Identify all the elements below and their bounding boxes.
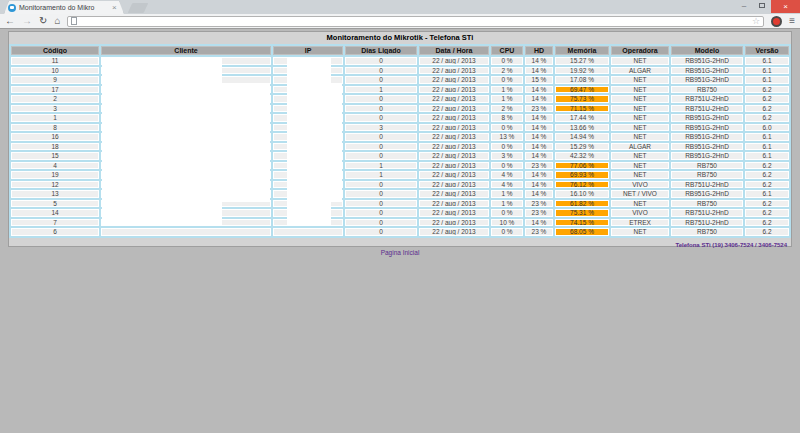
page-title: Monitoramento do Mikrotik - Telefona STi [9,32,791,44]
cell-versao: 6.2 [745,228,789,236]
cell-cliente [101,228,271,236]
cell-hd: 14 % [525,57,553,65]
cell-oper: NET [611,152,669,160]
menu-icon[interactable]: ≡ [789,16,795,26]
cell-hd: 15 % [525,76,553,84]
cell-codigo: 7 [11,219,99,227]
cell-cpu: 10 % [491,219,523,227]
forward-button[interactable]: → [22,15,32,27]
cell-dias: 1 [345,171,417,179]
cell-dias: 0 [345,143,417,151]
cell-modelo: RB951G-2HnD [671,114,743,122]
cell-modelo: RB750 [671,86,743,94]
cell-cpu: 4 % [491,181,523,189]
cell-datahora: 22 / aug / 2013 [419,162,489,170]
cell-datahora: 22 / aug / 2013 [419,76,489,84]
tab-favicon-icon [8,4,16,12]
cell-mem: 75.31 % [555,209,609,217]
home-button[interactable]: ⌂ [54,15,60,27]
cell-oper: NET [611,124,669,132]
cell-datahora: 22 / aug / 2013 [419,95,489,103]
cell-cpu: 4 % [491,171,523,179]
tab-close-icon[interactable]: × [112,4,117,12]
cell-cpu: 1 % [491,86,523,94]
cell-modelo: RB951G-2HnD [671,57,743,65]
column-header-modelo: Modelo [671,46,743,55]
cell-modelo: RB751U-2HnD [671,209,743,217]
cell-hd: 14 % [525,152,553,160]
cell-mem: 15.29 % [555,143,609,151]
cell-codigo: 19 [11,171,99,179]
cell-dias: 0 [345,190,417,198]
window-restore-button[interactable] [753,0,771,13]
cell-mem: 76.12 % [555,181,609,189]
cell-codigo: 12 [11,181,99,189]
cell-versao: 6.1 [745,143,789,151]
cell-versao: 6.1 [745,190,789,198]
cell-modelo: RB951G-2HnD [671,76,743,84]
cell-oper: NET [611,57,669,65]
cell-cpu: 1 % [491,95,523,103]
cell-codigo: 3 [11,105,99,113]
cell-oper: NET [611,228,669,236]
cell-versao: 6.2 [745,181,789,189]
cell-cpu: 0 % [491,57,523,65]
home-page-link[interactable]: Pagina Inicial [0,249,800,256]
cell-ip [273,228,343,236]
column-header-hd: HD [525,46,553,55]
cell-oper: NET [611,86,669,94]
cell-cpu: 0 % [491,143,523,151]
cell-oper: NET / VIVO [611,190,669,198]
restore-icon [759,3,765,8]
cell-dias: 0 [345,57,417,65]
cell-cpu: 2 % [491,105,523,113]
cell-codigo: 11 [11,57,99,65]
window-minimize-button[interactable]: – [735,0,753,13]
back-button[interactable]: ← [5,15,15,27]
cell-mem: 15.27 % [555,57,609,65]
page-icon [71,17,77,25]
tab-title: Monitoramento do Mikro [19,4,109,11]
cell-codigo: 17 [11,86,99,94]
reload-button[interactable]: ↻ [39,15,47,27]
cell-codigo: 15 [11,152,99,160]
cell-hd: 23 % [525,162,553,170]
cell-modelo: RB750 [671,200,743,208]
cell-datahora: 22 / aug / 2013 [419,86,489,94]
cell-datahora: 22 / aug / 2013 [419,67,489,75]
cell-modelo: RB751U-2HnD [671,105,743,113]
address-bar[interactable]: ☆ [67,16,764,27]
cell-oper: NET [611,200,669,208]
cell-datahora: 22 / aug / 2013 [419,57,489,65]
extension-icon[interactable] [771,16,782,27]
bookmark-star-icon[interactable]: ☆ [752,17,760,26]
column-header-data-hora: Data / Hora [419,46,489,55]
cell-versao: 6.2 [745,171,789,179]
cell-codigo: 6 [11,228,99,236]
cell-cpu: 0 % [491,162,523,170]
cell-dias: 0 [345,67,417,75]
cell-oper: NET [611,95,669,103]
cell-dias: 0 [345,181,417,189]
column-header-versao: Versão [745,46,789,55]
cell-versao: 6.0 [745,124,789,132]
browser-tab[interactable]: Monitoramento do Mikro × [4,1,124,14]
cell-cpu: 1 % [491,190,523,198]
cell-versao: 6.1 [745,76,789,84]
cell-datahora: 22 / aug / 2013 [419,171,489,179]
column-header-codigo: Código [11,46,99,55]
cell-codigo: 10 [11,67,99,75]
cell-modelo: RB750 [671,162,743,170]
window-controls: – × [735,0,800,13]
cell-oper: NET [611,162,669,170]
cell-codigo: 13 [11,190,99,198]
cell-oper: ALGAR [611,67,669,75]
cell-hd: 23 % [525,228,553,236]
window-close-button[interactable]: × [771,0,800,13]
cell-cpu: 1 % [491,200,523,208]
new-tab-button[interactable] [128,3,149,13]
cell-datahora: 22 / aug / 2013 [419,133,489,141]
cell-versao: 6.2 [745,219,789,227]
cell-datahora: 22 / aug / 2013 [419,190,489,198]
cell-modelo: RB751U-2HnD [671,181,743,189]
